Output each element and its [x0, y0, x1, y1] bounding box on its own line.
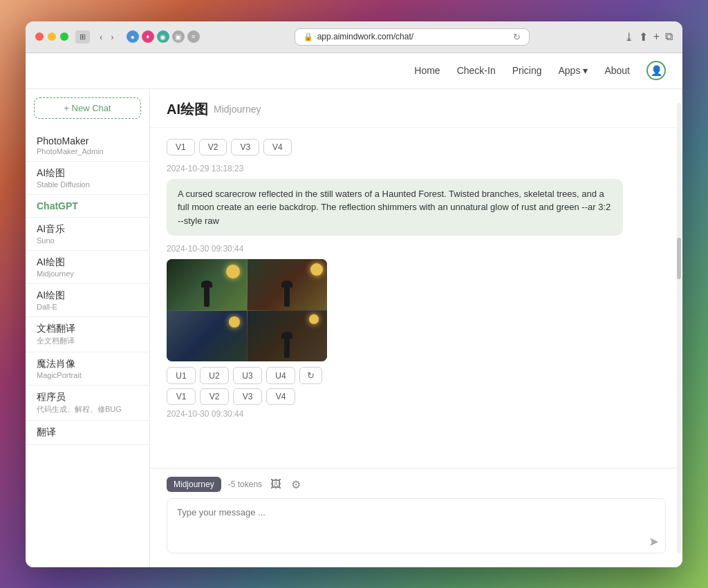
version-btn-v4[interactable]: V4	[263, 139, 292, 155]
lock-icon: 🔒	[304, 32, 313, 41]
minimize-button[interactable]	[48, 32, 56, 41]
sidebar-item-midjourney[interactable]: AI绘图 Midjourney	[26, 251, 149, 284]
tokens-label: -5 tokens	[228, 480, 262, 489]
back-button[interactable]: ‹	[97, 30, 105, 44]
forward-button[interactable]: ›	[108, 30, 116, 44]
refresh-button[interactable]: ↻	[299, 367, 322, 384]
nav-apps[interactable]: Apps ▾	[558, 65, 588, 76]
traffic-lights	[35, 32, 68, 41]
variation-btn-v3[interactable]: V3	[233, 388, 262, 405]
image-cell-4	[248, 311, 328, 362]
variation-buttons: V1 V2 V3 V4	[167, 388, 666, 405]
sidebar-item-title: ChatGPT	[37, 200, 138, 211]
sidebar-item-dalle[interactable]: AI绘图 Dall-E	[26, 284, 149, 317]
figure-silhouette	[204, 286, 209, 307]
generated-image	[167, 259, 666, 361]
chat-header: AI绘图 Midjourney	[150, 89, 682, 128]
maximize-button[interactable]	[60, 32, 68, 41]
sidebar-item-title: AI音乐	[37, 223, 138, 236]
version-btn-v3[interactable]: V3	[231, 139, 259, 155]
variation-btn-v1[interactable]: V1	[167, 388, 196, 405]
upscale-btn-u2[interactable]: U2	[200, 367, 229, 384]
sidebar-toggle-button[interactable]: ⊞	[75, 30, 90, 44]
address-text: app.aimindwork.com/chat/	[317, 32, 413, 41]
download-icon[interactable]: ⤓	[624, 30, 633, 44]
sidebar-item-photomaker[interactable]: PhotoMaker PhotoMaker_Admin	[26, 130, 149, 162]
sidebar-item-sub: Stable Diffusion	[37, 180, 138, 189]
sidebar-item-translate[interactable]: 翻译	[26, 421, 149, 445]
extensions-icon[interactable]: ⧉	[665, 30, 673, 43]
moon-icon-4	[309, 314, 319, 324]
version-buttons-top: V1 V2 V3 V4	[167, 139, 666, 155]
sidebar-item-programmer[interactable]: 程序员 代码生成、解程、修BUG	[26, 386, 149, 421]
moon-icon-3	[229, 316, 240, 328]
sidebar: + New Chat PhotoMaker PhotoMaker_Admin A…	[26, 89, 150, 567]
image-cell-3	[167, 311, 247, 362]
sidebar-item-title: 程序员	[37, 391, 138, 404]
sidebar-item-sub: 代码生成、解程、修BUG	[37, 404, 138, 415]
send-button[interactable]: ➤	[649, 534, 659, 549]
browser-icon-3: ◉	[157, 30, 169, 43]
browser-icon-5: ≡	[187, 30, 200, 43]
sidebar-item-chatgpt[interactable]: ChatGPT	[26, 195, 149, 218]
sidebar-item-sub: PhotoMaker_Admin	[37, 147, 138, 155]
upscale-btn-u3[interactable]: U3	[233, 367, 262, 384]
chat-area: AI绘图 Midjourney V1 V2 V3 V4 2024-10-29 1…	[150, 89, 682, 567]
browser-window: ⊞ ‹ › ● ♦ ◉ ▣ ≡ 🔒 app.aimindwork.com/cha…	[26, 21, 682, 567]
new-chat-button[interactable]: + New Chat	[34, 97, 141, 119]
variation-btn-v2[interactable]: V2	[200, 388, 229, 405]
input-area: Midjourney -5 tokens 🖼 ⚙ ➤	[150, 468, 682, 567]
message-input[interactable]	[167, 498, 666, 553]
message-bubble: A cursed scarecrow reflected in the stil…	[167, 179, 623, 236]
figure-silhouette-4	[284, 337, 290, 358]
upscale-btn-u4[interactable]: U4	[266, 367, 295, 384]
input-wrapper: ➤	[167, 498, 666, 556]
sidebar-item-magic-portrait[interactable]: 魔法肖像 MagicPortrait	[26, 352, 149, 386]
chat-title-text: AI绘图	[167, 100, 208, 119]
reload-icon: ↻	[513, 32, 521, 42]
nav-checkin[interactable]: Check-In	[457, 65, 496, 76]
sidebar-item-title: 文档翻译	[37, 323, 138, 335]
sidebar-item-title: 魔法肖像	[37, 358, 138, 370]
variation-btn-v4[interactable]: V4	[266, 388, 295, 405]
version-btn-v2[interactable]: V2	[199, 139, 227, 155]
nav-links: Home Check-In Pricing Apps ▾ About 👤	[414, 61, 666, 80]
provider-badge[interactable]: Midjourney	[167, 477, 221, 492]
version-btn-v1[interactable]: V1	[167, 139, 195, 155]
image-cell-1	[167, 259, 247, 310]
address-bar-container: 🔒 app.aimindwork.com/chat/ ↻	[207, 28, 617, 46]
share-icon[interactable]: ⬆	[639, 30, 648, 44]
moon-icon-2	[310, 263, 323, 276]
close-button[interactable]	[35, 32, 44, 41]
figure-silhouette-2	[284, 286, 290, 307]
chevron-down-icon: ▾	[583, 65, 588, 76]
sidebar-item-title: PhotoMaker	[37, 135, 138, 146]
sidebar-item-title: AI绘图	[37, 167, 138, 180]
settings-icon[interactable]: ⚙	[290, 477, 302, 493]
user-icon[interactable]: 👤	[646, 61, 666, 80]
image-attach-button[interactable]: 🖼	[269, 477, 283, 492]
sidebar-item-title: 翻译	[37, 426, 138, 439]
title-bar: ⊞ ‹ › ● ♦ ◉ ▣ ≡ 🔒 app.aimindwork.com/cha…	[26, 21, 682, 53]
browser-icon-1: ●	[127, 30, 139, 43]
add-tab-button[interactable]: +	[653, 30, 660, 43]
sidebar-item-suno[interactable]: AI音乐 Suno	[26, 218, 149, 251]
chat-title: AI绘图 Midjourney	[167, 100, 666, 119]
nav-arrows: ‹ ›	[97, 30, 117, 44]
image-cell-2	[248, 259, 328, 310]
upscale-buttons: U1 U2 U3 U4 ↻	[167, 367, 666, 384]
toolbar-icons: ⤓ ⬆ + ⧉	[624, 30, 673, 44]
sidebar-item-sub: Midjourney	[37, 269, 138, 278]
nav-home[interactable]: Home	[414, 65, 440, 76]
sidebar-item-stable-diffusion[interactable]: AI绘图 Stable Diffusion	[26, 162, 149, 195]
address-bar[interactable]: 🔒 app.aimindwork.com/chat/ ↻	[295, 28, 530, 46]
scrollbar-thumb[interactable]	[677, 238, 681, 279]
sidebar-item-title: AI绘图	[37, 290, 138, 302]
nav-pricing[interactable]: Pricing	[512, 65, 542, 76]
upscale-btn-u1[interactable]: U1	[167, 367, 196, 384]
timestamp-3: 2024-10-30 09:30:44	[167, 409, 666, 419]
timestamp-2: 2024-10-30 09:30:44	[167, 244, 666, 254]
scrollbar-track	[677, 103, 681, 553]
sidebar-item-doc-translate[interactable]: 文档翻译 全文档翻译	[26, 317, 149, 352]
nav-about[interactable]: About	[604, 65, 630, 76]
